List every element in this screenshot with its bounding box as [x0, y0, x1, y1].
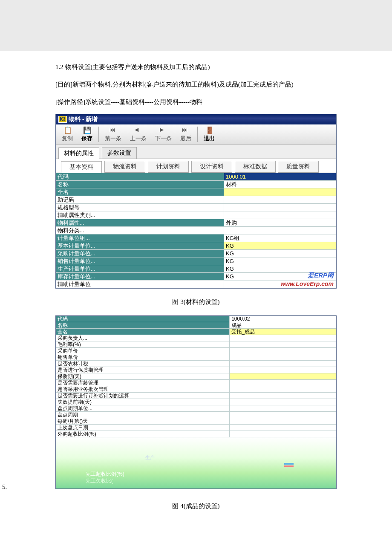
property-label: 库存计量单位...	[56, 273, 224, 280]
property-value[interactable]: 外购	[224, 219, 336, 227]
gradient-footer: 生产 完工超收比例(%) 完工欠收比(	[56, 437, 336, 489]
property-row: 销售单价	[56, 354, 336, 361]
exit-button[interactable]: 退出	[199, 125, 219, 143]
last-label: 最后	[180, 135, 191, 142]
property-row: 上次盘点日期	[56, 425, 336, 431]
property-row: 是否进行保质期管理	[56, 367, 336, 373]
property-value[interactable]	[230, 373, 336, 380]
property-label: 辅助计量单位	[56, 280, 224, 288]
prev-button[interactable]: 上一条	[126, 125, 151, 143]
window-title: 物料 - 新增	[69, 116, 98, 123]
property-row: 销售计量单位...KG	[56, 257, 336, 265]
property-row: 生产计量单位...KG	[56, 265, 336, 273]
property-value[interactable]: 材料	[224, 181, 336, 188]
subtab-plan[interactable]: 计划资料	[148, 161, 189, 173]
property-value[interactable]	[224, 188, 336, 196]
prev-icon	[135, 126, 142, 134]
property-value[interactable]	[230, 405, 336, 412]
property-value[interactable]	[230, 361, 336, 367]
main-tabs: 材料的属性 参数设置	[56, 145, 336, 159]
completion-overreceive-label: 完工超收比例(%)	[86, 471, 124, 478]
property-value[interactable]: 1000.02	[230, 316, 336, 322]
property-label: 盘点周期	[56, 412, 230, 418]
property-value[interactable]	[230, 393, 336, 399]
subtab-design[interactable]: 设计资料	[191, 161, 232, 173]
figure-3-caption: 图 3(材料的设置)	[55, 296, 337, 308]
property-label: 生产计量单位...	[56, 265, 224, 273]
property-label: 采购负责人...	[56, 335, 230, 341]
property-value[interactable]	[230, 386, 336, 393]
save-button[interactable]: 保存	[77, 125, 97, 143]
property-value[interactable]	[224, 280, 336, 288]
property-value[interactable]	[230, 418, 336, 425]
last-button[interactable]: 最后	[176, 125, 196, 143]
property-row: 物料分类...	[56, 227, 336, 234]
property-value[interactable]	[230, 354, 336, 361]
toolbar-separator	[98, 127, 99, 142]
property-label: 代码	[56, 173, 224, 181]
property-value[interactable]	[224, 211, 336, 219]
property-label: 辅助属性类别...	[56, 211, 224, 219]
section-purpose: [目的]新增两个物料,分别为材料(客户送来的待加工的物料)及成品(加工完成后的产…	[55, 79, 337, 90]
toolbar-separator	[197, 127, 198, 142]
property-label: 销售计量单位...	[56, 257, 224, 265]
property-value[interactable]	[230, 431, 336, 437]
property-value[interactable]: 成品	[230, 322, 336, 329]
subtab-quality[interactable]: 质量资料	[278, 161, 319, 173]
property-value[interactable]	[230, 425, 336, 431]
property-label: 物料分类...	[56, 227, 224, 234]
property-value[interactable]: KG	[224, 250, 336, 257]
property-value[interactable]: 1000.01	[224, 173, 336, 181]
property-value[interactable]: KG组	[224, 234, 336, 242]
k3-logo-icon: K3	[58, 116, 67, 123]
property-label: 采购单价	[56, 348, 230, 354]
property-row: 规格型号	[56, 204, 336, 211]
property-row: 库存计量单位...KG	[56, 273, 336, 280]
property-value[interactable]: KG	[224, 265, 336, 273]
property-value[interactable]: KG	[224, 273, 336, 280]
property-value[interactable]: 受托_成品	[230, 329, 336, 335]
property-row: 辅助计量单位	[56, 280, 336, 288]
section-heading: 1.2 物料设置(主要包括客户送来的物料及加工后的成品)	[55, 61, 337, 73]
exit-icon	[205, 126, 213, 134]
save-icon	[83, 126, 91, 134]
property-row: 保质期(天)	[56, 373, 336, 380]
property-row: 名称材料	[56, 181, 336, 188]
property-value[interactable]: KG	[224, 257, 336, 265]
property-label: 上次盘点日期	[56, 425, 230, 431]
property-value[interactable]	[230, 341, 336, 348]
property-value[interactable]	[224, 196, 336, 204]
property-value[interactable]	[230, 399, 336, 405]
figure-4-caption: 图 4(成品的设置)	[55, 500, 337, 512]
k3-window-material: K3 物料 - 新增 复制 保存 第一条 上一条 下一条	[55, 114, 337, 289]
property-label: 规格型号	[56, 204, 224, 211]
first-button[interactable]: 第一条	[101, 125, 126, 143]
next-button[interactable]: 下一条	[151, 125, 176, 143]
property-value[interactable]	[230, 412, 336, 418]
property-row: 代码1000.02	[56, 316, 336, 322]
property-label: 是否采用业务批次管理	[56, 386, 230, 393]
property-value[interactable]	[224, 227, 336, 234]
property-value[interactable]: KG	[224, 242, 336, 250]
property-label: 是否需要进行订补货计划的运算	[56, 393, 230, 399]
decorative-stripe-red	[284, 465, 294, 467]
property-value[interactable]	[230, 367, 336, 373]
property-row: 是否需要库龄管理	[56, 380, 336, 386]
property-value[interactable]	[230, 380, 336, 386]
property-value[interactable]	[230, 348, 336, 354]
subtab-logistics[interactable]: 物流资料	[104, 161, 145, 173]
property-row: 物料属性...外购	[56, 219, 336, 227]
last-icon	[182, 126, 190, 134]
tab-material-attr[interactable]: 材料的属性	[58, 147, 99, 159]
copy-button[interactable]: 复制	[58, 125, 77, 143]
property-row: 采购负责人...	[56, 335, 336, 341]
property-value[interactable]	[224, 204, 336, 211]
subtab-basic[interactable]: 基本资料	[61, 161, 102, 173]
first-icon	[110, 126, 117, 134]
property-value[interactable]	[230, 335, 336, 341]
subtab-standard[interactable]: 标准数据	[235, 161, 276, 173]
tab-param-settings[interactable]: 参数设置	[102, 147, 137, 159]
property-label: 全名	[56, 188, 224, 196]
property-row: 采购单价	[56, 348, 336, 354]
exit-label: 退出	[204, 135, 215, 142]
